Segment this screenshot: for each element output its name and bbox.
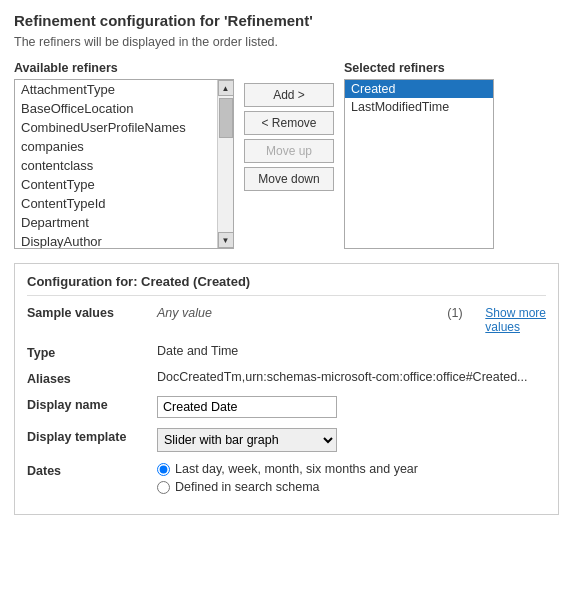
available-refiners-listbox[interactable]: AttachmentType BaseOfficeLocation Combin… [14, 79, 234, 249]
selected-refiners-label: Selected refiners [344, 61, 494, 75]
aliases-label: Aliases [27, 370, 157, 386]
aliases-value: DocCreatedTm,urn:schemas-microsoft-com:o… [157, 370, 546, 384]
display-template-select-wrapper: Slider with bar graph Multi-value refine… [157, 428, 546, 452]
refiners-section: Available refiners AttachmentType BaseOf… [14, 61, 559, 249]
list-item[interactable]: contentclass [15, 156, 217, 175]
dates-option2-radio[interactable] [157, 481, 170, 494]
config-title: Configuration for: Created (Created) [27, 274, 546, 296]
dates-option1-radio[interactable] [157, 463, 170, 476]
dates-label: Dates [27, 462, 157, 478]
list-item[interactable]: ContentTypeId [15, 194, 217, 213]
show-more-link[interactable]: Show morevalues [485, 306, 546, 334]
page-title: Refinement configuration for 'Refinement… [14, 12, 559, 29]
config-section: Configuration for: Created (Created) Sam… [14, 263, 559, 515]
list-item[interactable]: AttachmentType [15, 80, 217, 99]
dates-option2-text: Defined in search schema [175, 480, 320, 494]
list-item[interactable]: companies [15, 137, 217, 156]
display-name-field-wrapper [157, 396, 546, 418]
display-template-row: Display template Slider with bar graph M… [27, 428, 546, 452]
remove-button[interactable]: < Remove [244, 111, 334, 135]
display-template-label: Display template [27, 428, 157, 444]
list-item[interactable]: LastModifiedTime [345, 98, 493, 116]
type-label: Type [27, 344, 157, 360]
add-button[interactable]: Add > [244, 83, 334, 107]
dates-row: Dates Last day, week, month, six months … [27, 462, 546, 494]
list-item[interactable]: DisplayAuthor [15, 232, 217, 248]
list-item[interactable]: Created [345, 80, 493, 98]
sample-count: (1) [447, 306, 477, 320]
action-buttons: Add > < Remove Move up Move down [244, 61, 334, 249]
available-refiners-group: Available refiners AttachmentType BaseOf… [14, 61, 234, 249]
move-up-button[interactable]: Move up [244, 139, 334, 163]
sample-values-label: Sample values [27, 306, 157, 320]
dates-options: Last day, week, month, six months and ye… [157, 462, 546, 494]
display-name-row: Display name [27, 396, 546, 418]
list-item[interactable]: BaseOfficeLocation [15, 99, 217, 118]
display-template-select[interactable]: Slider with bar graph Multi-value refine… [157, 428, 337, 452]
move-down-button[interactable]: Move down [244, 167, 334, 191]
selected-refiners-group: Selected refiners Created LastModifiedTi… [344, 61, 494, 249]
dates-option2-label[interactable]: Defined in search schema [157, 480, 546, 494]
aliases-row: Aliases DocCreatedTm,urn:schemas-microso… [27, 370, 546, 386]
display-name-input[interactable] [157, 396, 337, 418]
type-value: Date and Time [157, 344, 546, 358]
list-item[interactable]: ContentType [15, 175, 217, 194]
selected-refiners-listbox[interactable]: Created LastModifiedTime [344, 79, 494, 249]
list-item[interactable]: Department [15, 213, 217, 232]
scroll-up-arrow[interactable]: ▲ [218, 80, 234, 96]
sample-any-value: Any value [157, 306, 443, 320]
page-subtitle: The refiners will be displayed in the or… [14, 35, 559, 49]
available-refiners-list[interactable]: AttachmentType BaseOfficeLocation Combin… [15, 80, 217, 248]
sample-values-row: Sample values Any value (1) Show moreval… [27, 306, 546, 334]
sample-values-content: Any value (1) Show morevalues [157, 306, 546, 334]
scroll-thumb[interactable] [219, 98, 233, 138]
scroll-down-arrow[interactable]: ▼ [218, 232, 234, 248]
available-scrollbar[interactable]: ▲ ▼ [217, 80, 233, 248]
available-refiners-label: Available refiners [14, 61, 234, 75]
dates-option1-label[interactable]: Last day, week, month, six months and ye… [157, 462, 546, 476]
type-row: Type Date and Time [27, 344, 546, 360]
dates-option1-text: Last day, week, month, six months and ye… [175, 462, 418, 476]
list-item[interactable]: CombinedUserProfileNames [15, 118, 217, 137]
display-name-label: Display name [27, 396, 157, 412]
